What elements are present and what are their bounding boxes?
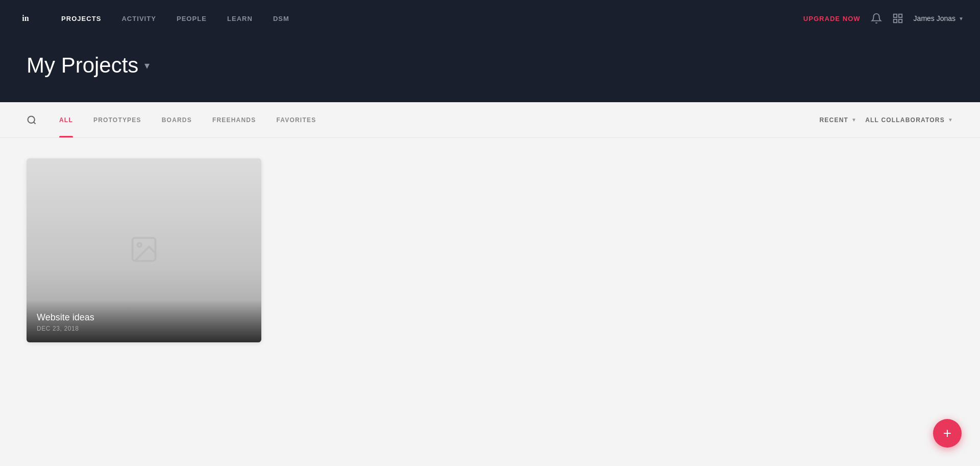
tab-all[interactable]: ALL — [49, 102, 83, 137]
notifications-icon[interactable] — [871, 13, 882, 24]
nav-activity[interactable]: ACTIVITY — [111, 0, 166, 37]
collaborator-chevron-icon: ▼ — [948, 117, 953, 123]
svg-point-6 — [28, 116, 35, 123]
svg-text:in: in — [22, 14, 29, 22]
tab-favorites[interactable]: FAVORITES — [266, 102, 326, 137]
create-button[interactable]: + — [933, 419, 962, 445]
svg-rect-4 — [893, 19, 896, 22]
navbar-links: PROJECTS ACTIVITY PEOPLE LEARN DSM — [51, 0, 300, 37]
nav-learn[interactable]: LEARN — [217, 0, 263, 37]
svg-rect-3 — [898, 14, 901, 17]
image-placeholder-icon — [129, 234, 159, 267]
project-card-date: DEC 23, 2018 — [37, 325, 251, 332]
navbar-right: UPGRADE NOW James Jonas ▼ — [803, 13, 964, 24]
sort-chevron-icon: ▼ — [851, 117, 857, 123]
project-card-title: Website ideas — [37, 312, 251, 323]
hero-header: My Projects ▾ — [0, 37, 980, 102]
svg-line-7 — [34, 122, 36, 124]
svg-rect-2 — [893, 14, 896, 17]
tab-freehands[interactable]: FREEHANDS — [202, 102, 266, 137]
svg-point-9 — [138, 243, 142, 247]
page-title: My Projects ▾ — [27, 53, 953, 78]
tab-prototypes[interactable]: PROTOTYPES — [83, 102, 152, 137]
sort-dropdown[interactable]: RECENT ▼ — [820, 116, 857, 124]
projects-grid: Website ideas DEC 23, 2018 — [27, 158, 953, 342]
main-content: Website ideas DEC 23, 2018 — [0, 138, 980, 445]
filter-tabs: ALL PROTOTYPES BOARDS FREEHANDS FAVORITE… — [49, 102, 820, 137]
filter-bar: ALL PROTOTYPES BOARDS FREEHANDS FAVORITE… — [0, 102, 980, 138]
search-icon[interactable] — [27, 115, 37, 125]
navbar: in PROJECTS ACTIVITY PEOPLE LEARN DSM UP… — [0, 0, 980, 37]
nav-dsm[interactable]: DSM — [263, 0, 300, 37]
user-name: James Jonas — [914, 14, 955, 22]
svg-rect-5 — [898, 19, 901, 22]
nav-projects[interactable]: PROJECTS — [51, 0, 111, 37]
upgrade-button[interactable]: UPGRADE NOW — [803, 15, 861, 22]
collaborator-dropdown[interactable]: ALL COLLABORATORS ▼ — [865, 116, 953, 124]
chevron-down-icon: ▼ — [959, 16, 964, 21]
filter-right: RECENT ▼ ALL COLLABORATORS ▼ — [820, 116, 954, 124]
project-card-overlay: Website ideas DEC 23, 2018 — [27, 300, 261, 342]
nav-people[interactable]: PEOPLE — [166, 0, 217, 37]
user-menu[interactable]: James Jonas ▼ — [914, 14, 964, 22]
title-dropdown-icon[interactable]: ▾ — [144, 59, 150, 72]
grid-icon[interactable] — [892, 13, 903, 24]
tab-boards[interactable]: BOARDS — [152, 102, 202, 137]
logo[interactable]: in — [16, 9, 35, 28]
project-card[interactable]: Website ideas DEC 23, 2018 — [27, 158, 261, 342]
